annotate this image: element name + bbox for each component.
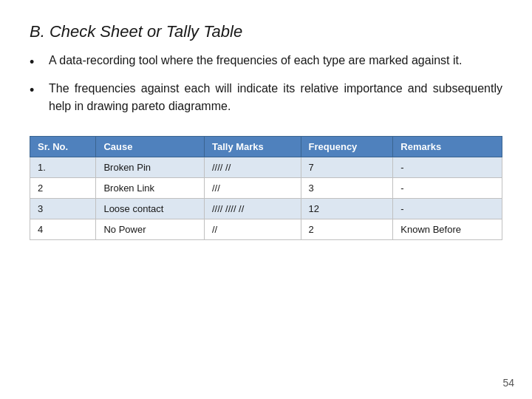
cell-remarks: - [393,178,502,199]
col-frequency: Frequency [301,137,393,157]
col-sr-no: Sr. No. [30,137,96,157]
cell-frequency: 7 [301,157,393,178]
cell-sr-no: 1. [30,157,96,178]
tally-table: Sr. No. Cause Tally Marks Frequency Rema… [30,136,502,240]
cell-remarks: - [393,157,502,178]
cell-tally-marks: //// // [204,157,301,178]
cell-sr-no: 4 [30,219,96,240]
cell-sr-no: 2 [30,178,96,199]
cell-tally-marks: // [204,219,301,240]
col-cause: Cause [96,137,205,157]
cell-tally-marks: //// //// // [204,199,301,219]
cell-cause: No Power [96,219,205,240]
cell-frequency: 12 [301,199,393,219]
cell-cause: Broken Link [96,178,205,199]
bullet-dot-1: • [30,52,44,72]
table-header-row: Sr. No. Cause Tally Marks Frequency Rema… [30,137,502,157]
section-title: B. Check Sheet or Tally Table [30,22,502,41]
table-row: 3 Loose contact //// //// // 12 - [30,199,502,219]
cell-cause: Loose contact [96,199,205,219]
page-number: 54 [502,377,514,389]
cell-cause: Broken Pin [96,157,205,178]
cell-sr-no: 3 [30,199,96,219]
cell-frequency: 3 [301,178,393,199]
bullet-dot-2: • [30,81,44,100]
cell-remarks: - [393,199,502,219]
cell-remarks: Known Before [393,219,502,240]
table-row: 1. Broken Pin //// // 7 - [30,157,502,178]
table-row: 2 Broken Link /// 3 - [30,178,502,199]
cell-frequency: 2 [301,219,393,240]
col-remarks: Remarks [393,137,502,157]
table-row: 4 No Power // 2 Known Before [30,219,502,240]
bullet-text-1: A data-recording tool where the frequenc… [49,52,502,69]
cell-tally-marks: /// [204,178,301,199]
page-container: B. Check Sheet or Tally Table • A data-r… [0,0,532,399]
col-tally-marks: Tally Marks [204,137,301,157]
bullet-points: • A data-recording tool where the freque… [30,52,502,123]
bullet-item-1: • A data-recording tool where the freque… [30,52,502,72]
bullet-text-2: The frequencies against each will indica… [49,80,502,115]
bullet-item-2: • The frequencies against each will indi… [30,80,502,115]
